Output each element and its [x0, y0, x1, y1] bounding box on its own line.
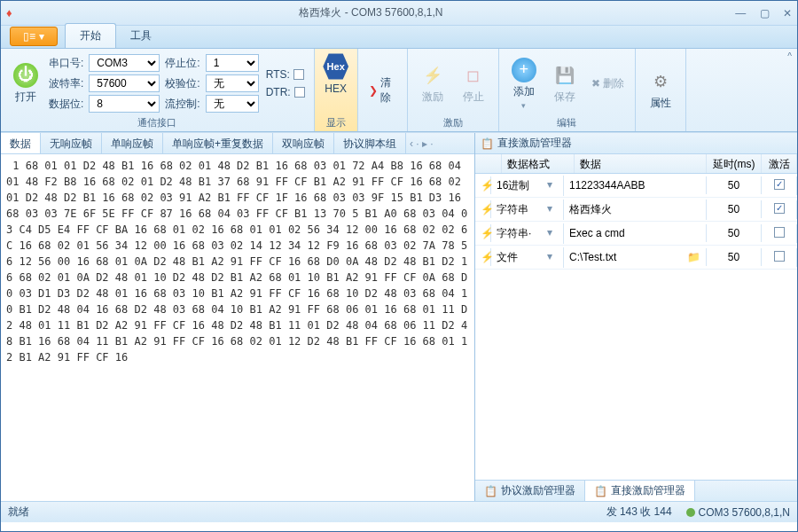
data-tab-2[interactable]: 单响应帧	[102, 133, 163, 153]
port-select[interactable]: COM3	[89, 54, 160, 72]
stopbits-select[interactable]: 1	[206, 54, 259, 72]
bolt-icon: ⚡	[475, 224, 491, 242]
power-icon: ⏻	[13, 63, 38, 88]
plus-icon: +	[512, 58, 536, 82]
hex-icon: Hex	[322, 52, 350, 81]
maximize-button[interactable]: ▢	[760, 7, 770, 20]
clipboard-icon: 📋	[481, 137, 494, 150]
delete-icon: ✖	[591, 77, 600, 90]
app-icon: ♦	[6, 6, 12, 20]
chevron-down-icon[interactable]: ▾	[547, 250, 558, 265]
active-checkbox[interactable]	[774, 251, 785, 262]
databits-select[interactable]: 8	[89, 95, 160, 113]
delete-button[interactable]: ✖删除	[588, 74, 628, 93]
bolt-icon: ⚡	[475, 248, 491, 266]
properties-button[interactable]: ⚙属性	[643, 67, 678, 113]
bolt-icon: ⚡	[475, 200, 491, 218]
bottom-tab-protocol[interactable]: 📋协议激励管理器	[475, 481, 585, 501]
file-menu-button[interactable]: ▯≡▾	[10, 27, 58, 46]
save-icon: 💾	[552, 63, 577, 88]
bolt-icon: ⚡	[420, 63, 445, 88]
data-tab-1[interactable]: 无响应帧	[41, 133, 102, 153]
gear-icon: ⚙	[648, 69, 673, 94]
col-active[interactable]: 激活	[762, 154, 797, 173]
col-format[interactable]: 数据格式	[502, 154, 575, 173]
open-port-button[interactable]: ⏻ 打开	[8, 61, 43, 106]
folder-icon[interactable]: 📁	[687, 251, 700, 263]
baud-select[interactable]: 57600	[89, 74, 160, 92]
collapse-ribbon-icon[interactable]: ^	[787, 51, 792, 61]
panel-title: 直接激励管理器	[497, 136, 572, 151]
table-row[interactable]: ⚡文件▾C:\Test.txt📁50	[475, 246, 797, 270]
tab-start[interactable]: 开始	[65, 23, 116, 48]
chevron-down-icon[interactable]: ▾	[547, 226, 558, 241]
rts-checkbox[interactable]	[293, 69, 304, 80]
data-tab-5[interactable]: 协议脚本组	[334, 133, 406, 153]
chevron-down-icon[interactable]: ▾	[547, 202, 558, 217]
bolt-icon: ⚡	[475, 176, 491, 194]
eraser-icon: ❯	[369, 84, 378, 97]
tab-tools[interactable]: 工具	[116, 24, 166, 48]
clipboard-icon: 📋	[484, 485, 497, 497]
hex-mode-button[interactable]: HEX	[325, 82, 347, 95]
clear-button[interactable]: ❯清除	[365, 74, 400, 107]
active-checkbox[interactable]	[774, 179, 785, 190]
active-checkbox[interactable]	[774, 227, 785, 238]
close-button[interactable]: ✕	[783, 7, 792, 20]
col-data[interactable]: 数据	[575, 154, 707, 173]
table-row[interactable]: ⚡字符串·▾Exec a cmd50	[475, 222, 797, 246]
bottom-tab-direct[interactable]: 📋直接激励管理器	[585, 481, 695, 501]
add-button[interactable]: +添加▾	[506, 56, 542, 112]
active-checkbox[interactable]	[774, 203, 785, 214]
table-row[interactable]: ⚡16进制▾11223344AABB50	[475, 174, 797, 198]
clipboard-icon: 📋	[594, 485, 607, 497]
hex-dump-area[interactable]: 1 68 01 01 D2 48 B1 16 68 02 01 48 D2 B1…	[1, 154, 474, 501]
flow-select[interactable]: 无	[206, 95, 259, 113]
minimize-button[interactable]: —	[735, 7, 746, 20]
excite-button[interactable]: ⚡激励	[415, 61, 450, 106]
table-row[interactable]: ⚡字符串▾格西烽火50	[475, 198, 797, 222]
status-ready: 就绪	[8, 505, 29, 520]
stop-icon: ◻	[461, 63, 486, 88]
save-button[interactable]: 💾保存	[547, 61, 583, 106]
data-tab-3[interactable]: 单响应帧+重复数据	[163, 133, 273, 153]
connection-dot-icon	[686, 508, 695, 517]
status-txrx: 发 143 收 144	[606, 505, 672, 520]
chevron-down-icon: ▾	[521, 101, 526, 110]
data-tab-4[interactable]: 双响应帧	[273, 133, 334, 153]
dtr-checkbox[interactable]	[294, 87, 305, 98]
parity-select[interactable]: 无	[206, 74, 259, 92]
window-title: 格西烽火 - COM3 57600,8,1,N	[18, 5, 725, 20]
status-connection: COM3 57600,8,1,N	[699, 506, 790, 519]
col-delay[interactable]: 延时(ms)	[707, 154, 762, 173]
tab-scroll[interactable]: ‹ · ▸ ·	[406, 133, 437, 153]
chevron-down-icon: ▾	[39, 30, 44, 43]
chevron-down-icon[interactable]: ▾	[547, 178, 558, 193]
data-tab-0[interactable]: 数据	[1, 133, 41, 153]
stop-button[interactable]: ◻停止	[456, 61, 491, 106]
